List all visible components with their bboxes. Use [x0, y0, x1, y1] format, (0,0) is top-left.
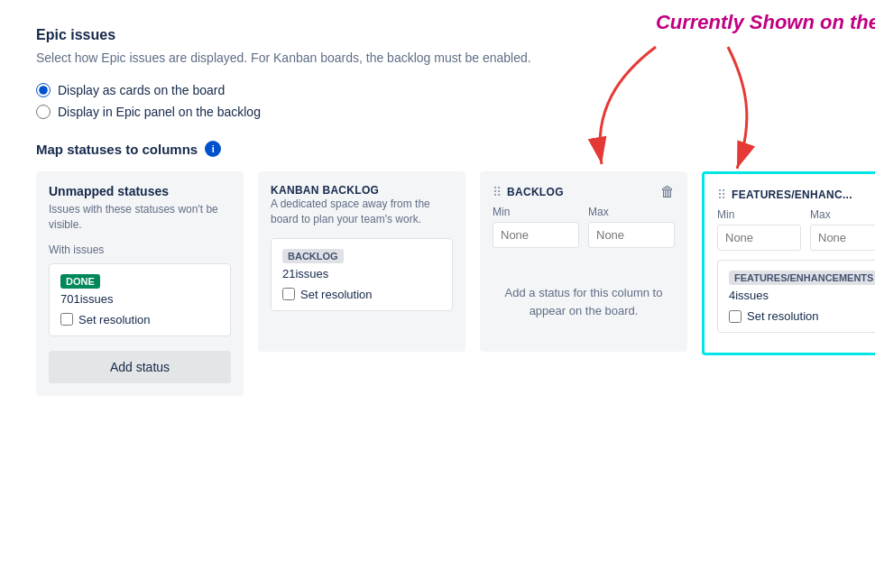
features-column-name: FEATURES/ENHANC... — [732, 188, 852, 201]
features-max-label: Max — [810, 208, 875, 221]
features-status-item: FEATURES/ENHANCEMENTS 4issues Set resolu… — [717, 260, 875, 333]
features-min-max: Min Max — [717, 208, 875, 251]
radio-cards-label: Display as cards on the board — [58, 83, 225, 97]
features-set-resolution[interactable]: Set resolution — [729, 309, 875, 323]
radio-cards-input[interactable] — [36, 83, 51, 97]
done-resolution-label: Set resolution — [78, 313, 151, 326]
display-options: Display as cards on the board Display in… — [36, 83, 839, 119]
backlog-board-column: ⠿ BACKLOG 🗑 Min Max Add a status for thi… — [480, 171, 687, 352]
backlog-set-resolution[interactable]: Set resolution — [282, 288, 441, 301]
unmapped-subtitle: Issues with these statuses won't be visi… — [49, 202, 231, 233]
kanban-backlog-title: Kanban backlog — [271, 184, 453, 197]
unmapped-status-item: DONE 701issues Set resolution — [49, 263, 231, 336]
backlog-column-header: ⠿ BACKLOG 🗑 — [493, 184, 675, 200]
backlog-issues-count: 21issues — [282, 267, 441, 280]
done-issues-count: 701issues — [60, 292, 219, 306]
unmapped-title: Unmapped statuses — [49, 184, 231, 198]
backlog-max-label: Max — [588, 206, 675, 218]
epic-issues-description: Select how Epic issues are displayed. Fo… — [36, 51, 839, 65]
done-resolution-checkbox[interactable] — [60, 313, 73, 326]
radio-panel-label: Display in Epic panel on the backlog — [58, 105, 261, 119]
backlog-delete-icon[interactable]: 🗑 — [660, 184, 675, 200]
backlog-drag-handle[interactable]: ⠿ — [493, 185, 502, 199]
with-issues-label: With issues — [49, 243, 231, 256]
features-min-label: Min — [717, 208, 801, 221]
features-badge: FEATURES/ENHANCEMENTS — [729, 271, 875, 285]
features-column-header: ⠿ FEATURES/ENHANC... 🗑 — [717, 187, 875, 203]
columns-container: Unmapped statuses Issues with these stat… — [36, 171, 839, 396]
radio-panel-input[interactable] — [36, 105, 51, 119]
features-resolution-label: Set resolution — [747, 309, 819, 323]
features-max-input[interactable] — [810, 225, 875, 251]
backlog-min-label: Min — [493, 206, 579, 218]
kanban-backlog-subtitle: A dedicated space away from the board to… — [271, 197, 453, 227]
kanban-backlog-column: Kanban backlog A dedicated space away fr… — [258, 171, 465, 352]
backlog-empty-hint: Add a status for this column to appear o… — [493, 284, 675, 319]
backlog-column-name: BACKLOG — [507, 186, 564, 198]
epic-issues-title: Epic issues — [36, 27, 839, 43]
backlog-resolution-label: Set resolution — [300, 288, 373, 301]
add-status-button[interactable]: Add status — [49, 351, 231, 383]
done-badge: DONE — [60, 274, 100, 289]
map-statuses-title: Map statuses to columns — [36, 142, 198, 157]
page-container: Epic issues Select how Epic issues are d… — [0, 0, 875, 423]
unmapped-column: Unmapped statuses Issues with these stat… — [36, 171, 244, 396]
epic-issues-section: Epic issues Select how Epic issues are d… — [36, 27, 839, 119]
radio-panel-option[interactable]: Display in Epic panel on the backlog — [36, 105, 839, 119]
done-set-resolution[interactable]: Set resolution — [60, 313, 219, 326]
radio-cards-option[interactable]: Display as cards on the board — [36, 83, 839, 97]
backlog-resolution-checkbox[interactable] — [282, 288, 295, 300]
features-issues-count: 4issues — [729, 289, 875, 302]
info-icon[interactable]: i — [205, 141, 221, 157]
backlog-badge: BACKLOG — [282, 249, 344, 263]
features-board-column: ⠿ FEATURES/ENHANC... 🗑 Min Max FEATURES/… — [702, 171, 875, 355]
backlog-max-input[interactable] — [588, 222, 675, 248]
backlog-min-max: Min Max — [493, 206, 675, 248]
backlog-status-item: BACKLOG 21issues Set resolution — [271, 238, 453, 311]
map-statuses-header: Map statuses to columns i — [36, 141, 839, 157]
features-resolution-checkbox[interactable] — [729, 310, 741, 323]
features-min-input[interactable] — [717, 225, 801, 251]
backlog-min-input[interactable] — [493, 222, 579, 248]
features-drag-handle[interactable]: ⠿ — [717, 188, 726, 202]
